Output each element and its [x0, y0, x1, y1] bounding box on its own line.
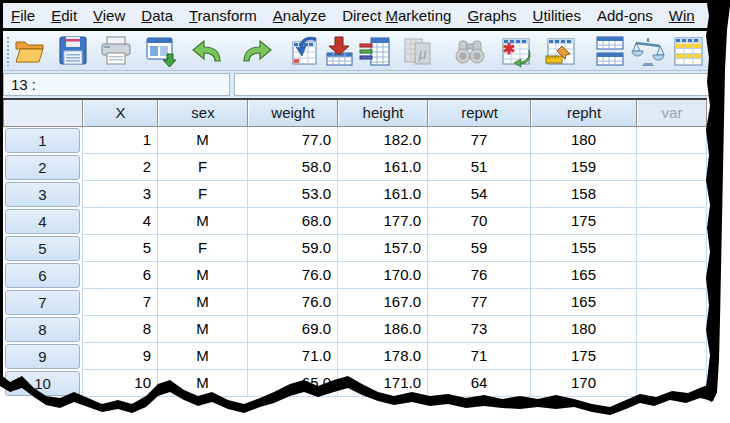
- row-header-5[interactable]: 5: [5, 236, 80, 261]
- cell-sex-row10[interactable]: M: [158, 370, 248, 397]
- menu-add-ons[interactable]: Add-ons: [589, 3, 661, 28]
- menu-file[interactable]: File: [3, 3, 43, 28]
- menu-direct-marketing[interactable]: Direct Marketing: [334, 3, 459, 28]
- column-header-repht[interactable]: repht: [531, 100, 637, 127]
- row-header-1[interactable]: 1: [5, 128, 80, 153]
- cell-repht-row2[interactable]: 159: [531, 154, 637, 181]
- cell-repht-row7[interactable]: 165: [531, 289, 637, 316]
- cell-repht-row8[interactable]: 180: [531, 316, 637, 343]
- cell-var-row4[interactable]: [637, 208, 707, 235]
- cell-X-row6[interactable]: 6: [83, 262, 158, 289]
- cell-repwt-row5[interactable]: 59: [428, 235, 531, 262]
- cell-sex-row5[interactable]: F: [158, 235, 248, 262]
- go-to-variable-button[interactable]: [322, 34, 356, 68]
- cell-X-row9[interactable]: 9: [83, 343, 158, 370]
- recall-dialogs-button[interactable]: [143, 34, 177, 68]
- open-data-button[interactable]: [13, 34, 47, 68]
- insert-variable-button[interactable]: [544, 34, 578, 68]
- cell-repwt-row3[interactable]: 54: [428, 181, 531, 208]
- cell-height-row7[interactable]: 167.0: [338, 289, 428, 316]
- cell-repwt-row9[interactable]: 71: [428, 343, 531, 370]
- column-header-X[interactable]: X: [83, 100, 158, 127]
- menu-utilities[interactable]: Utilities: [525, 3, 589, 28]
- toolbar-drag-handle[interactable]: [6, 36, 11, 66]
- cell-var-row3[interactable]: [637, 181, 707, 208]
- descriptive-statistics-button[interactable]: μ: [401, 34, 435, 68]
- cell-var-row5[interactable]: [637, 235, 707, 262]
- cell-height-row2[interactable]: 161.0: [338, 154, 428, 181]
- cell-X-row4[interactable]: 4: [83, 208, 158, 235]
- insert-cases-button[interactable]: ✱: [499, 34, 533, 68]
- cell-X-row10[interactable]: 10: [83, 370, 158, 397]
- column-header-weight[interactable]: weight: [248, 100, 338, 127]
- cell-weight-row4[interactable]: 68.0: [248, 208, 338, 235]
- column-header-var[interactable]: var: [637, 100, 707, 127]
- cell-X-row2[interactable]: 2: [83, 154, 158, 181]
- cell-height-row10[interactable]: 171.0: [338, 370, 428, 397]
- cell-height-row5[interactable]: 157.0: [338, 235, 428, 262]
- cell-weight-row5[interactable]: 59.0: [248, 235, 338, 262]
- value-labels-button[interactable]: [671, 34, 705, 68]
- cell-height-row4[interactable]: 177.0: [338, 208, 428, 235]
- cell-height-row6[interactable]: 170.0: [338, 262, 428, 289]
- cell-sex-row3[interactable]: F: [158, 181, 248, 208]
- cell-repht-row10[interactable]: 170: [531, 370, 637, 397]
- cell-weight-row9[interactable]: 71.0: [248, 343, 338, 370]
- row-header-9[interactable]: 9: [5, 344, 80, 369]
- row-header-2[interactable]: 2: [5, 155, 80, 180]
- cell-repwt-row8[interactable]: 73: [428, 316, 531, 343]
- cell-repht-row9[interactable]: 175: [531, 343, 637, 370]
- cell-sex-row4[interactable]: M: [158, 208, 248, 235]
- cell-weight-row6[interactable]: 76.0: [248, 262, 338, 289]
- row-header-10[interactable]: 10: [5, 371, 80, 396]
- cell-repwt-row2[interactable]: 51: [428, 154, 531, 181]
- menu-view[interactable]: View: [85, 3, 133, 28]
- row-header-4[interactable]: 4: [5, 209, 80, 234]
- column-header-sex[interactable]: sex: [158, 100, 248, 127]
- cell-height-row1[interactable]: 182.0: [338, 127, 428, 154]
- cell-var-row8[interactable]: [637, 316, 707, 343]
- cell-sex-row6[interactable]: M: [158, 262, 248, 289]
- cell-sex-row8[interactable]: M: [158, 316, 248, 343]
- cell-sex-row1[interactable]: M: [158, 127, 248, 154]
- redo-button[interactable]: [239, 34, 273, 68]
- cell-height-row8[interactable]: 186.0: [338, 316, 428, 343]
- cell-var-row2[interactable]: [637, 154, 707, 181]
- cell-var-row6[interactable]: [637, 262, 707, 289]
- cell-X-row1[interactable]: 1: [83, 127, 158, 154]
- find-button[interactable]: [453, 34, 487, 68]
- cell-repwt-row10[interactable]: 64: [428, 370, 531, 397]
- cell-var-row1[interactable]: [637, 127, 707, 154]
- cell-var-row10[interactable]: [637, 370, 707, 397]
- menu-data[interactable]: Data: [133, 3, 181, 28]
- cell-repht-row1[interactable]: 180: [531, 127, 637, 154]
- menu-analyze[interactable]: Analyze: [265, 3, 334, 28]
- go-to-case-button[interactable]: [285, 34, 319, 68]
- cell-repht-row6[interactable]: 165: [531, 262, 637, 289]
- cell-weight-row8[interactable]: 69.0: [248, 316, 338, 343]
- cell-editor-input[interactable]: [234, 73, 711, 96]
- cell-weight-row7[interactable]: 76.0: [248, 289, 338, 316]
- column-header-repwt[interactable]: repwt: [428, 100, 531, 127]
- weight-cases-button[interactable]: [631, 34, 665, 68]
- cell-repwt-row1[interactable]: 77: [428, 127, 531, 154]
- cell-repht-row4[interactable]: 175: [531, 208, 637, 235]
- cell-sex-row9[interactable]: M: [158, 343, 248, 370]
- row-header-6[interactable]: 6: [5, 263, 80, 288]
- row-header-3[interactable]: 3: [5, 182, 80, 207]
- cell-X-row5[interactable]: 5: [83, 235, 158, 262]
- row-header-8[interactable]: 8: [5, 317, 80, 342]
- cell-weight-row1[interactable]: 77.0: [248, 127, 338, 154]
- cell-var-row7[interactable]: [637, 289, 707, 316]
- cell-weight-row10[interactable]: 65.0: [248, 370, 338, 397]
- print-button[interactable]: [99, 34, 133, 68]
- cell-height-row9[interactable]: 178.0: [338, 343, 428, 370]
- cell-height-row3[interactable]: 161.0: [338, 181, 428, 208]
- menu-edit[interactable]: Edit: [43, 3, 85, 28]
- variables-button[interactable]: [358, 34, 392, 68]
- menu-transform[interactable]: Transform: [181, 3, 265, 28]
- cell-repwt-row6[interactable]: 76: [428, 262, 531, 289]
- cell-X-row3[interactable]: 3: [83, 181, 158, 208]
- split-file-button[interactable]: [593, 34, 627, 68]
- cell-X-row8[interactable]: 8: [83, 316, 158, 343]
